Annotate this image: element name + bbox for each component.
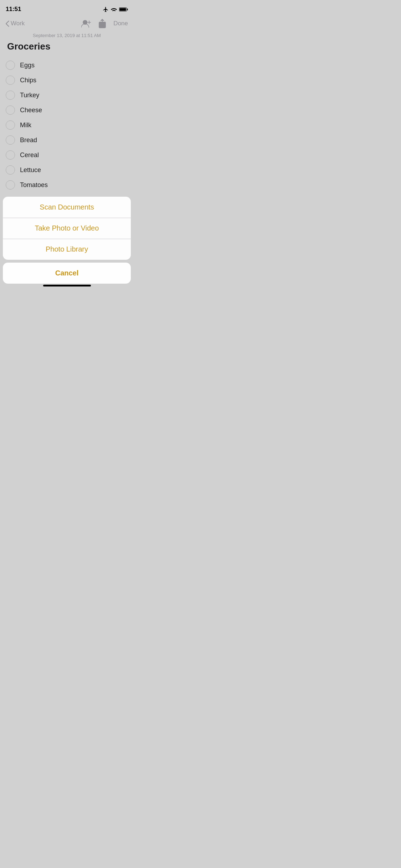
svg-rect-2 <box>119 8 126 11</box>
checkbox-lettuce[interactable] <box>6 165 15 175</box>
checkbox-turkey[interactable] <box>6 91 15 100</box>
airplane-icon <box>103 6 109 12</box>
item-label: Turkey <box>20 92 39 99</box>
home-indicator <box>43 285 91 286</box>
checkbox-tomatoes[interactable] <box>6 180 15 190</box>
list-item[interactable]: Eggs <box>6 58 128 73</box>
nav-actions: Done <box>81 19 128 28</box>
action-sheet-group: Scan Documents Take Photo or Video Photo… <box>3 197 131 260</box>
add-person-icon[interactable] <box>81 19 91 28</box>
checkbox-bread[interactable] <box>6 135 15 145</box>
status-bar: 11:51 <box>0 0 134 16</box>
chevron-left-icon <box>6 21 9 27</box>
item-label: Cereal <box>20 151 39 159</box>
action-sheet-cancel-group: Cancel <box>3 263 131 284</box>
status-time: 11:51 <box>6 6 21 13</box>
svg-rect-1 <box>127 9 128 10</box>
status-icons <box>103 6 128 12</box>
checkbox-chips[interactable] <box>6 76 15 85</box>
checklist: Eggs Chips Turkey Cheese Milk Bread Cere… <box>0 58 134 192</box>
back-button[interactable]: Work <box>6 20 25 27</box>
note-date: September 13, 2019 at 11:51 AM <box>0 31 134 41</box>
item-label: Bread <box>20 136 37 144</box>
share-icon[interactable] <box>98 19 106 28</box>
item-label: Tomatoes <box>20 181 48 189</box>
list-item[interactable]: Lettuce <box>6 162 128 177</box>
list-item[interactable]: Turkey <box>6 88 128 103</box>
wifi-icon <box>111 7 117 12</box>
item-label: Chips <box>20 77 36 84</box>
note-title: Groceries <box>0 41 134 58</box>
list-item[interactable]: Cereal <box>6 148 128 162</box>
action-sheet: Scan Documents Take Photo or Video Photo… <box>0 197 134 289</box>
checkbox-milk[interactable] <box>6 120 15 130</box>
checkbox-cheese[interactable] <box>6 105 15 115</box>
checkbox-eggs[interactable] <box>6 61 15 70</box>
cancel-button[interactable]: Cancel <box>3 263 131 284</box>
list-item[interactable]: Milk <box>6 118 128 133</box>
list-item[interactable]: Bread <box>6 133 128 148</box>
item-label: Milk <box>20 122 31 129</box>
item-label: Lettuce <box>20 166 41 174</box>
back-label: Work <box>11 20 25 27</box>
list-item[interactable]: Chips <box>6 73 128 88</box>
take-photo-button[interactable]: Take Photo or Video <box>3 218 131 239</box>
checkbox-cereal[interactable] <box>6 150 15 160</box>
photo-library-button[interactable]: Photo Library <box>3 239 131 260</box>
scan-documents-button[interactable]: Scan Documents <box>3 197 131 218</box>
done-button[interactable]: Done <box>113 20 128 27</box>
battery-icon <box>119 7 128 12</box>
item-label: Cheese <box>20 107 42 114</box>
item-label: Eggs <box>20 62 35 69</box>
nav-bar: Work Done <box>0 16 134 31</box>
list-item[interactable]: Tomatoes <box>6 177 128 192</box>
list-item[interactable]: Cheese <box>6 103 128 118</box>
